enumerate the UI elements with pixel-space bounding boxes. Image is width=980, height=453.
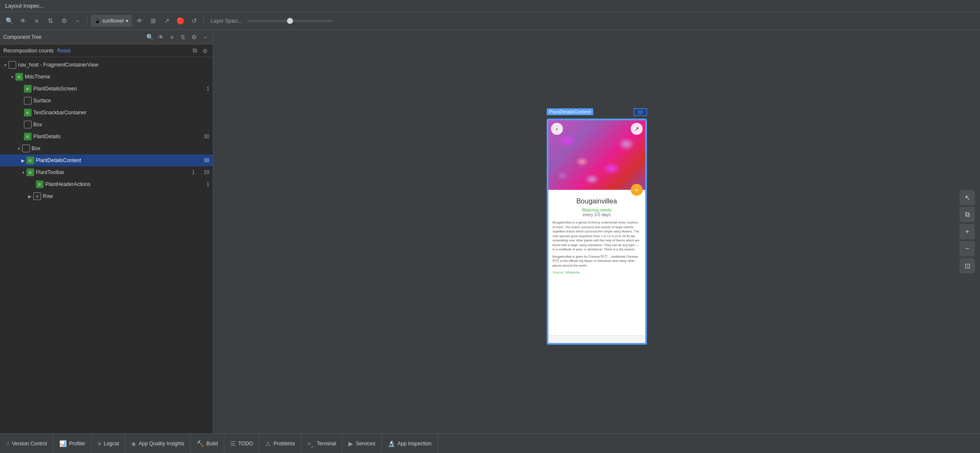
left-panel: Component Tree 🔍 👁 ≡ ⇅ ⚙ − Recomposition… (0, 30, 213, 433)
status-app-quality[interactable]: ◈ App Quality Insights (125, 434, 191, 453)
build-label: Build (206, 441, 218, 447)
tree-item-nav-host[interactable]: ▾ □ nav_host - FragmentContainerView (0, 59, 213, 71)
tree-settings-button[interactable]: ⚙ (190, 33, 198, 41)
status-profiler[interactable]: 📊 Profiler (53, 434, 92, 453)
tree-filter-button[interactable]: ⇅ (179, 33, 187, 41)
device-icon: 📱 (94, 18, 101, 24)
search-button[interactable]: 🔍 (3, 15, 15, 27)
status-terminal[interactable]: >_ Terminal (302, 434, 342, 453)
list-button[interactable]: ≡ (31, 15, 43, 27)
phone-watering-days: every 3-5 days (553, 212, 641, 217)
tree-toggle-nav-host[interactable]: ▾ (2, 61, 9, 68)
tree-count-plant-header-actions: 1 (197, 181, 209, 187)
tree-count-plant-details-screen: 1 (197, 86, 209, 92)
status-todo[interactable]: ☰ TODO (224, 434, 259, 453)
tree-toggle-mdc-theme[interactable]: ▾ (9, 73, 15, 80)
tree-item-plant-header-actions[interactable]: C PlantHeaderActions 1 (0, 178, 213, 190)
tree-icon-plant-details-content: C (26, 157, 34, 164)
tree-count-plant-details: 30 (197, 134, 209, 139)
device-button[interactable]: ⊞ (147, 15, 159, 27)
block-icon[interactable]: ⊘ (201, 46, 209, 55)
tree-toggle-box2[interactable]: ▾ (15, 145, 22, 152)
tree-list-button[interactable]: ≡ (168, 33, 176, 41)
tree-icon-plant-toolbar: C (26, 168, 34, 176)
tree-search-button[interactable]: 🔍 (145, 33, 154, 41)
settings-button[interactable]: ⚙ (58, 15, 70, 27)
zoom-in-tool[interactable]: + (960, 224, 975, 239)
tree-icon-plant-details: C (24, 133, 32, 140)
live-button[interactable]: 🔴 (174, 15, 186, 27)
phone-share-button[interactable]: ↗ (631, 123, 643, 135)
tree-label-surface: Surface (33, 98, 211, 104)
tree-toggle-surface (17, 97, 24, 104)
terminal-icon: >_ (307, 440, 314, 447)
tree-toggle-plant-details (17, 133, 24, 140)
tree-minus-button[interactable]: − (201, 33, 209, 41)
tree-item-surface[interactable]: □ Surface (0, 95, 213, 107)
minus-button[interactable]: − (72, 15, 84, 27)
cursor-tool[interactable]: ↖ (960, 190, 975, 205)
status-version-control[interactable]: ⑂ Version Control (0, 434, 53, 453)
logcat-icon: ≡ (98, 440, 101, 447)
device-selector[interactable]: 📱 sunflower ▾ (91, 15, 132, 27)
tree-count-plant-toolbar-2: 29 (197, 169, 209, 175)
export-button[interactable]: ↗ (161, 15, 173, 27)
tree-label-nav-host: nav_host - FragmentContainerView (18, 62, 211, 68)
tree-label-plant-details-screen: PlantDetailsScreen (33, 86, 197, 92)
tree-label-mdc-theme: MdcTheme (25, 74, 211, 80)
eye-button[interactable]: 👁 (17, 15, 29, 27)
tree-icon-surface: □ (24, 97, 32, 105)
fit-tool[interactable]: ⊡ (960, 258, 975, 273)
recomposition-bar: Recomposition counts Reset ⧉ ⊘ (0, 44, 213, 57)
device-preview: PlantDetailsContent 30 ‹ ↗ + Bougainvill… (547, 119, 647, 345)
services-icon: ▶ (348, 440, 353, 447)
component-label: PlantDetailsContent (547, 108, 593, 115)
tree-label-box1: Box (33, 122, 211, 128)
tree-item-box2[interactable]: ▾ □ Box (0, 142, 213, 154)
device-name: sunflower (102, 18, 124, 24)
split-tool[interactable]: ⧉ (960, 207, 975, 222)
copy-icon[interactable]: ⧉ (191, 46, 199, 55)
refresh-button[interactable]: ↺ (188, 15, 200, 27)
version-control-label: Version Control (12, 441, 47, 447)
tree-item-row[interactable]: ▶ ⊞ Row (0, 190, 213, 202)
panel-header: Component Tree 🔍 👁 ≡ ⇅ ⚙ − (0, 30, 213, 44)
tree-toggle-plant-toolbar[interactable]: ▾ (20, 169, 26, 176)
status-app-inspection[interactable]: 🔬 App Inspection (382, 434, 438, 453)
content-area: Component Tree 🔍 👁 ≡ ⇅ ⚙ − Recomposition… (0, 30, 980, 433)
top-toolbar: 🔍 👁 ≡ ⇅ ⚙ − 📱 sunflower ▾ 👁 ⊞ ↗ 🔴 ↺ Laye… (0, 12, 980, 30)
phone-back-button[interactable]: ‹ (551, 123, 563, 135)
toolbar-separator-1 (87, 16, 87, 26)
status-services[interactable]: ▶ Services (342, 434, 382, 453)
phone-fab-button[interactable]: + (631, 184, 643, 196)
tree-item-mdc-theme[interactable]: ▾ C MdcTheme (0, 71, 213, 83)
tree-label-plant-details-content: PlantDetailsContent (36, 157, 197, 163)
tree-toggle-row[interactable]: ▶ (26, 193, 33, 200)
tree-item-text-snackbar[interactable]: C TextSnackbarContainer (0, 107, 213, 119)
phone-bottom-bar (548, 335, 646, 344)
status-problems[interactable]: ⚠ Problems (259, 434, 302, 453)
status-logcat[interactable]: ≡ Logcat (92, 434, 125, 453)
reset-button[interactable]: Reset (57, 48, 70, 54)
tree-item-plant-toolbar[interactable]: ▾ C PlantToolbar 1 29 (0, 166, 213, 178)
status-build[interactable]: 🔨 Build (191, 434, 224, 453)
problems-label: Problems (273, 441, 295, 447)
todo-icon: ☰ (230, 440, 236, 447)
camera-button[interactable]: 👁 (133, 15, 145, 27)
tree-item-plant-details-screen[interactable]: C PlantDetailsScreen 1 (0, 83, 213, 95)
filter-button[interactable]: ⇅ (44, 15, 56, 27)
layer-spacing-thumb[interactable] (287, 18, 293, 24)
title-bar-text: Layout Inspec... (5, 3, 44, 9)
tree-label-box2: Box (32, 145, 211, 151)
logcat-label: Logcat (104, 441, 119, 447)
right-panel: PlantDetailsContent 30 ‹ ↗ + Bougainvill… (213, 30, 980, 433)
zoom-out-tool[interactable]: − (960, 241, 975, 256)
layer-spacing-slider[interactable] (247, 20, 333, 22)
tree-eye-button[interactable]: 👁 (157, 33, 165, 41)
tree-item-box1[interactable]: □ Box (0, 119, 213, 131)
app-quality-icon: ◈ (131, 440, 136, 447)
tree-item-plant-details-content[interactable]: ▶ C PlantDetailsContent 30 (0, 154, 213, 166)
tree-toggle-plant-details-content[interactable]: ▶ (20, 157, 26, 164)
phone-content: Bougainvillea Watering needs every 3-5 d… (548, 190, 646, 335)
tree-item-plant-details[interactable]: C PlantDetails 30 (0, 131, 213, 142)
